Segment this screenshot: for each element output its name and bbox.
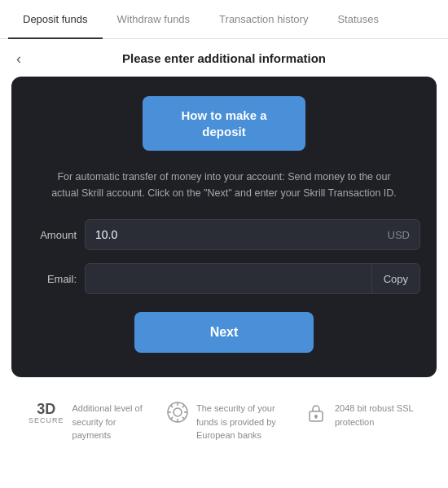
- copy-button[interactable]: Copy: [371, 265, 419, 293]
- svg-line-9: [170, 417, 173, 420]
- footer-item-banks: The security of your funds is provided b…: [167, 402, 281, 442]
- tab-deposit[interactable]: Deposit funds: [8, 0, 103, 38]
- footer: 3D SECURE Additional level of security f…: [0, 384, 448, 455]
- footer-item-ssl: 2048 bit robust SSL protection: [305, 402, 419, 429]
- amount-row: Amount USD: [28, 219, 420, 250]
- next-button[interactable]: Next: [134, 312, 314, 353]
- deposit-card: How to make a deposit For automatic tran…: [11, 77, 437, 377]
- svg-point-1: [173, 408, 182, 416]
- footer-item-3d: 3D SECURE Additional level of security f…: [29, 402, 143, 442]
- svg-line-6: [170, 405, 173, 407]
- amount-label: Amount: [28, 229, 77, 241]
- deposit-description: For automatic transfer of money into you…: [28, 169, 420, 201]
- amount-suffix: USD: [378, 221, 419, 249]
- amount-input-wrapper: USD: [85, 219, 420, 250]
- back-arrow-icon[interactable]: ‹: [16, 51, 21, 68]
- email-row: Email: Copy: [28, 263, 420, 294]
- footer-text-3d: Additional level of security for payment…: [72, 402, 143, 442]
- amount-input[interactable]: [86, 220, 378, 249]
- footer-text-banks: The security of your funds is provided b…: [196, 402, 281, 442]
- tab-bar: Deposit funds Withdraw funds Transaction…: [0, 0, 448, 39]
- svg-line-7: [182, 417, 185, 420]
- page-title: Please enter additional information: [0, 51, 448, 77]
- svg-line-8: [182, 405, 185, 407]
- how-to-deposit-button[interactable]: How to make a deposit: [143, 96, 305, 151]
- tab-withdraw[interactable]: Withdraw funds: [103, 0, 205, 38]
- tab-statuses[interactable]: Statuses: [323, 0, 393, 38]
- email-input[interactable]: [86, 264, 371, 293]
- tab-history[interactable]: Transaction history: [204, 0, 323, 38]
- lock-icon: [305, 402, 327, 423]
- footer-text-ssl: 2048 bit robust SSL protection: [335, 402, 419, 429]
- email-input-wrapper: Copy: [85, 263, 420, 294]
- gear-icon: [167, 402, 188, 423]
- email-label: Email:: [28, 273, 77, 285]
- 3d-secure-icon: 3D SECURE: [29, 402, 64, 424]
